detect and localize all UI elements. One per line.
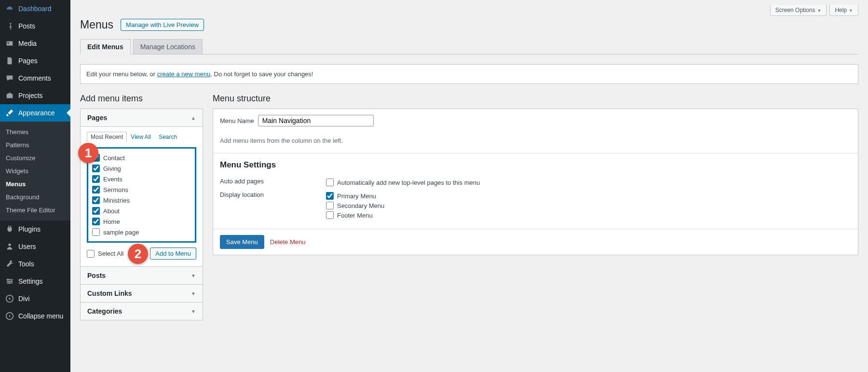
admin-sidebar: DashboardPostsMediaPagesCommentsProjects…	[0, 0, 70, 372]
sidebar-item-dashboard[interactable]: Dashboard	[0, 0, 70, 17]
sidebar-subitem-patterns[interactable]: Patterns	[0, 138, 70, 152]
menu-name-input[interactable]	[258, 115, 374, 126]
page-checkbox-about[interactable]: About	[92, 206, 191, 216]
sidebar-item-label: Settings	[18, 277, 43, 285]
tab-edit-menus[interactable]: Edit Menus	[80, 39, 131, 55]
sidebar-item-label: Media	[18, 40, 37, 47]
chevron-up-icon: ▲	[191, 115, 196, 121]
svg-point-0	[8, 244, 11, 246]
comment-icon	[5, 73, 14, 83]
auto-add-label: Auto add pages	[220, 178, 326, 185]
tab-manage-locations[interactable]: Manage Locations	[133, 39, 203, 55]
pin-icon	[5, 21, 14, 31]
live-preview-button[interactable]: Manage with Live Preview	[121, 19, 204, 31]
sliders-icon	[5, 276, 14, 286]
dashboard-icon	[5, 4, 14, 14]
empty-menu-placeholder: Add menu items from the column on the le…	[213, 132, 858, 153]
menu-structure-title: Menu structure	[213, 94, 858, 104]
location-checkbox-secondary-menu[interactable]: Secondary Menu	[326, 201, 384, 210]
svg-point-1	[7, 279, 9, 281]
brush-icon	[5, 108, 14, 118]
location-checkbox-footer-menu[interactable]: Footer Menu	[326, 210, 384, 220]
sidebar-item-tools[interactable]: Tools	[0, 255, 70, 273]
collapse-icon	[5, 311, 14, 321]
svg-point-2	[11, 280, 13, 282]
page-checkbox-giving[interactable]: Giving	[92, 163, 191, 174]
user-icon	[5, 242, 14, 251]
sidebar-item-label: Plugins	[18, 225, 41, 233]
sidebar-item-label: Posts	[18, 22, 35, 30]
menu-settings-title: Menu Settings	[220, 160, 851, 170]
svg-point-3	[8, 282, 10, 284]
screen-options-button[interactable]: Screen Options▼	[770, 5, 827, 16]
sidebar-item-label: Pages	[18, 57, 38, 65]
sidebar-item-comments[interactable]: Comments	[0, 69, 70, 87]
page-title: Menus	[80, 18, 113, 31]
sidebar-subitem-theme-file-editor[interactable]: Theme File Editor	[0, 204, 70, 217]
callout-badge-2: 2	[128, 244, 148, 264]
sidebar-item-label: Tools	[18, 260, 34, 268]
accordion-custom-links-header[interactable]: Custom Links▼	[81, 284, 203, 302]
plugin-icon	[5, 224, 14, 234]
page-checkbox-home[interactable]: Home	[92, 216, 191, 227]
chevron-down-icon: ▼	[191, 291, 196, 296]
callout-badge-1: 1	[78, 143, 98, 163]
media-icon	[5, 39, 14, 48]
create-menu-link[interactable]: create a new menu	[157, 70, 211, 78]
sidebar-item-pages[interactable]: Pages	[0, 52, 70, 69]
sidebar-item-label: Dashboard	[18, 5, 52, 13]
sidebar-subitem-background[interactable]: Background	[0, 191, 70, 204]
save-menu-button[interactable]: Save Menu	[220, 235, 264, 249]
delete-menu-link[interactable]: Delete Menu	[270, 238, 306, 246]
sidebar-item-posts[interactable]: Posts	[0, 17, 70, 35]
sidebar-subitem-themes[interactable]: Themes	[0, 125, 70, 138]
sidebar-item-label: Projects	[18, 92, 43, 99]
sidebar-item-label: Divi	[18, 295, 29, 303]
help-button[interactable]: Help▼	[829, 5, 858, 16]
add-items-title: Add menu items	[80, 94, 203, 104]
page-checkbox-sample-page[interactable]: sample page	[92, 227, 191, 237]
page-checkbox-contact[interactable]: Contact	[92, 152, 191, 163]
chevron-down-icon: ▼	[191, 309, 196, 314]
sidebar-item-settings[interactable]: Settings	[0, 273, 70, 290]
sidebar-subitem-widgets[interactable]: Widgets	[0, 165, 70, 178]
page-checkbox-ministries[interactable]: Ministries	[92, 195, 191, 206]
sidebar-subitem-customize[interactable]: Customize	[0, 152, 70, 165]
add-items-accordion: Pages▲ Most Recent View All Search 1 Con…	[80, 109, 203, 320]
sidebar-item-label: Comments	[18, 74, 51, 82]
sidebar-item-collapse-menu[interactable]: Collapse menu	[0, 307, 70, 325]
page-checkbox-events[interactable]: Events	[92, 174, 191, 184]
menu-name-label: Menu Name	[220, 117, 254, 124]
menu-structure-panel: Menu Name Add menu items from the column…	[213, 109, 858, 255]
sidebar-item-label: Appearance	[18, 109, 55, 117]
wrench-icon	[5, 259, 14, 269]
add-to-menu-button[interactable]: Add to Menu	[150, 248, 196, 260]
select-all-checkbox[interactable]: Select All	[87, 250, 123, 258]
location-checkbox-primary-menu[interactable]: Primary Menu	[326, 191, 384, 201]
sidebar-item-divi[interactable]: Divi	[0, 290, 70, 307]
subtab-view-all[interactable]: View All	[127, 132, 155, 142]
sidebar-item-label: Users	[18, 243, 36, 250]
sidebar-item-appearance[interactable]: Appearance	[0, 104, 70, 122]
auto-add-checkbox[interactable]: Automatically add new top-level pages to…	[326, 178, 480, 187]
sidebar-item-plugins[interactable]: Plugins	[0, 220, 70, 238]
sidebar-subitem-menus[interactable]: Menus	[0, 178, 70, 191]
svg-point-5	[9, 298, 11, 300]
sidebar-item-users[interactable]: Users	[0, 238, 70, 255]
sidebar-item-projects[interactable]: Projects	[0, 87, 70, 104]
accordion-pages-header[interactable]: Pages▲	[81, 109, 203, 126]
page-checkbox-sermons[interactable]: Sermons	[92, 184, 191, 195]
sidebar-item-media[interactable]: Media	[0, 35, 70, 52]
portfolio-icon	[5, 91, 14, 100]
subtab-most-recent[interactable]: Most Recent	[87, 132, 127, 142]
accordion-posts-header[interactable]: Posts▼	[81, 266, 203, 284]
chevron-down-icon: ▼	[191, 273, 196, 278]
nav-tabs: Edit Menus Manage Locations	[80, 39, 858, 55]
divi-icon	[5, 294, 14, 303]
display-location-label: Display location	[220, 191, 326, 198]
accordion-categories-header[interactable]: Categories▼	[81, 302, 203, 320]
info-notice: Edit your menu below, or create a new me…	[80, 64, 858, 84]
main-content: Screen Options▼ Help▼ Menus Manage with …	[70, 0, 868, 372]
subtab-search[interactable]: Search	[155, 132, 181, 142]
sidebar-item-label: Collapse menu	[18, 312, 63, 320]
